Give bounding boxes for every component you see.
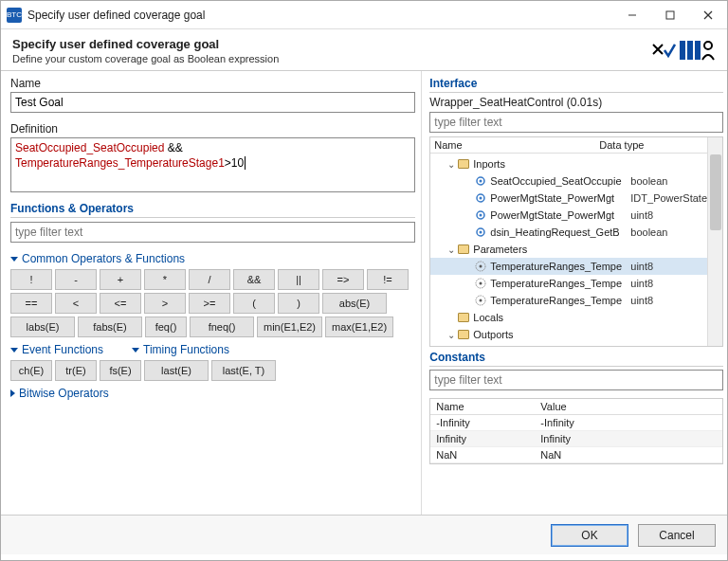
tree-item-name: Outports <box>473 329 613 340</box>
dialog-subtitle: Define your custom coverage goal as Bool… <box>12 53 651 64</box>
constant-row[interactable]: InfinityInfinity <box>430 431 722 447</box>
tree-folder[interactable]: ⌄Inports <box>430 155 707 172</box>
operator-button[interactable]: last(E, T) <box>211 360 276 381</box>
operator-button[interactable]: + <box>100 269 141 290</box>
definition-input[interactable]: SeatOccupied_SeatOccupied && Temperature… <box>10 137 415 192</box>
tree-folder[interactable]: Locals <box>430 309 707 326</box>
tree-col-name[interactable]: Name <box>430 137 595 153</box>
tree-folder[interactable]: ⌄Outports <box>430 326 707 343</box>
tree-item-name: Inports <box>473 158 613 170</box>
operator-button[interactable]: == <box>10 293 52 314</box>
event-functions-header[interactable]: Event Functions <box>10 343 103 356</box>
operator-button[interactable]: - <box>55 269 97 290</box>
chevron-down-icon[interactable]: ⌄ <box>446 244 457 255</box>
tree-item[interactable]: TemperatureRanges_Tempeuint8 <box>430 292 707 309</box>
operator-button[interactable]: != <box>367 269 409 290</box>
svg-point-19 <box>480 265 482 268</box>
constants-filter-input[interactable] <box>429 370 723 390</box>
tree-item-type: boolean <box>630 175 707 187</box>
constant-name: Infinity <box>430 431 535 446</box>
operator-button[interactable]: abs(E) <box>322 293 387 314</box>
operator-button[interactable]: tr(E) <box>55 360 97 381</box>
parameter-icon <box>474 260 487 273</box>
cancel-button[interactable]: Cancel <box>638 524 716 547</box>
operator-button[interactable]: <= <box>100 293 141 314</box>
constant-row[interactable]: NaNNaN <box>430 447 722 463</box>
operator-button[interactable]: max(E1,E2) <box>325 317 393 337</box>
tree-item[interactable]: PowerMgtState_PowerMgtuint8 <box>430 207 707 224</box>
interface-section-title: Interface <box>429 77 723 93</box>
operator-button[interactable]: fabs(E) <box>78 317 142 337</box>
operator-button[interactable]: / <box>189 269 230 290</box>
constants-col-name[interactable]: Name <box>430 399 535 414</box>
svg-point-11 <box>480 180 482 183</box>
operator-button[interactable]: < <box>55 293 97 314</box>
tree-item-name: dsin_HeatingRequest_GetB <box>490 226 630 238</box>
operator-button[interactable]: ( <box>233 293 275 314</box>
svg-point-15 <box>480 214 482 217</box>
operator-button[interactable]: last(E) <box>144 360 209 381</box>
operator-button[interactable]: && <box>233 269 275 290</box>
tree-item-name: TemperatureRanges_Tempe <box>490 295 630 306</box>
def-var2: TemperatureRanges_TemperatureStage1 <box>15 156 225 170</box>
operator-button[interactable]: >= <box>189 293 230 314</box>
svg-rect-6 <box>680 41 685 60</box>
tree-item[interactable]: SeatOccupied_SeatOccupieboolean <box>430 172 707 190</box>
operator-button[interactable]: * <box>144 269 186 290</box>
operator-button[interactable]: ) <box>278 293 319 314</box>
event-functions-label: Event Functions <box>22 343 103 356</box>
bitwise-operators-header[interactable]: Bitwise Operators <box>10 387 415 400</box>
clear-check-icon <box>651 43 676 62</box>
tree-item[interactable]: TemperatureRanges_Tempeuint8 <box>430 275 707 292</box>
timing-functions-header[interactable]: Timing Functions <box>132 343 229 356</box>
operator-button[interactable]: ch(E) <box>10 360 52 381</box>
tree-folder[interactable]: ⌄Parameters <box>430 241 707 258</box>
operator-button[interactable]: labs(E) <box>10 317 75 337</box>
minimize-button[interactable] <box>613 1 651 29</box>
svg-point-13 <box>480 197 482 200</box>
operator-button[interactable]: min(E1,E2) <box>257 317 322 337</box>
maximize-button[interactable] <box>651 1 689 29</box>
tree-col-type[interactable]: Data type <box>595 137 707 153</box>
tree-item[interactable]: PowerMgtState_PowerMgtIDT_PowerState <box>430 190 707 207</box>
def-lit: 10 <box>231 156 244 170</box>
interface-wrapper-name: Wrapper_SeatHeatControl (0.01s) <box>429 96 723 109</box>
common-operators-header[interactable]: Common Operators & Functions <box>10 252 415 265</box>
operator-button[interactable]: || <box>278 269 319 290</box>
dialog-title: Specify user defined coverage goal <box>12 37 651 51</box>
close-button[interactable] <box>689 1 727 29</box>
ok-button[interactable]: OK <box>551 524 628 547</box>
operator-button[interactable]: feq() <box>145 317 187 337</box>
port-icon <box>474 345 487 346</box>
chevron-down-icon[interactable]: ⌄ <box>446 159 457 170</box>
svg-point-23 <box>480 299 482 302</box>
tree-item-name: TemperatureRanges_Tempe <box>490 261 630 272</box>
tree-scrollbar[interactable] <box>707 137 722 346</box>
app-icon: BTC <box>7 8 22 23</box>
constants-table: Name Value -Infinity-InfinityInfinityInf… <box>429 398 723 464</box>
operator-button[interactable]: > <box>144 293 186 314</box>
tree-item[interactable]: dsin_HeatingRequest_GetBboolean <box>430 224 707 241</box>
functions-section-title: Functions & Operators <box>10 202 415 218</box>
folder-icon <box>457 157 470 171</box>
name-input[interactable] <box>10 92 415 113</box>
operator-button[interactable]: => <box>322 269 364 290</box>
interface-tree[interactable]: Name Data type ⌄InportsSeatOccupied_Seat… <box>429 136 723 347</box>
chevron-down-icon <box>10 257 18 262</box>
operator-button[interactable]: fneq() <box>190 317 254 337</box>
port-icon <box>474 174 487 188</box>
constants-col-value[interactable]: Value <box>535 399 722 414</box>
tree-item[interactable]: TemperatureRanges_Tempeuint8 <box>430 258 707 275</box>
tree-item-type: boolean <box>630 226 707 238</box>
constant-row[interactable]: -Infinity-Infinity <box>430 415 722 431</box>
interface-filter-input[interactable] <box>429 112 723 133</box>
chevron-down-icon[interactable]: ⌄ <box>446 330 457 340</box>
def-op2: > <box>225 156 231 170</box>
operator-button[interactable]: ! <box>10 269 52 290</box>
tree-item[interactable]: ›LEDFeedback_LEDFeedbackboolean(3) <box>430 343 707 346</box>
functions-filter-input[interactable] <box>10 222 415 243</box>
dialog-footer: OK Cancel <box>1 515 727 554</box>
svg-point-21 <box>480 282 482 285</box>
folder-icon <box>457 328 470 341</box>
operator-button[interactable]: fs(E) <box>100 360 141 381</box>
